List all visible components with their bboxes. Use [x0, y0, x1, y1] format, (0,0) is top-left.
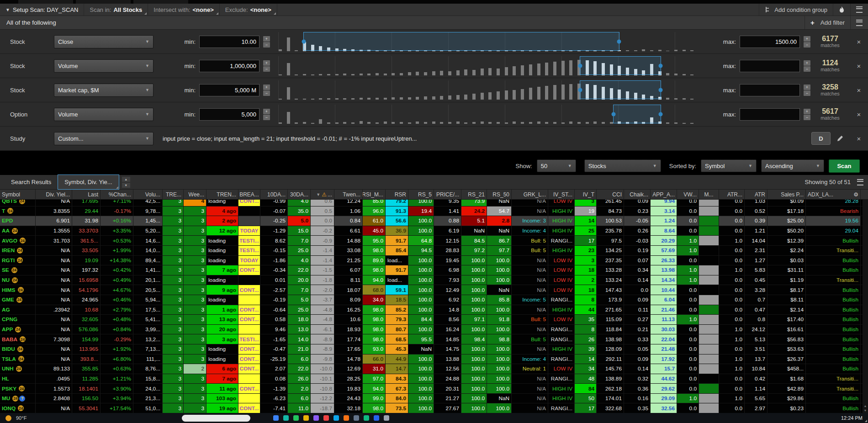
taskbar-app-icon[interactable]	[333, 415, 339, 421]
range-handle-right[interactable]	[659, 88, 663, 92]
taskbar-app-icon[interactable]	[293, 415, 299, 421]
range-selection[interactable]	[580, 80, 661, 99]
table-row[interactable]: BIDU24N/A113.965+1.92%7,13...33loadingCO…	[0, 344, 868, 354]
max-stepper[interactable]: +−	[804, 109, 810, 120]
filter-criteria-dropdown[interactable]: Close ▼	[54, 35, 153, 48]
cell-symbol[interactable]: AVGO24	[0, 236, 36, 245]
table-row[interactable]: TSLA24N/A393.8...+6.80%111,...33loadingC…	[0, 354, 868, 365]
table-row[interactable]: APP24N/A576.086+0.84%3,99...3320 ago9.46…	[0, 325, 868, 335]
table-row[interactable]: MU24?2.8408156.50+3.94%21,3...33103 ago-…	[0, 394, 868, 404]
table-row[interactable]: NU24N/A15.6958+0.49%20,1...33loading0.01…	[0, 275, 868, 286]
table-row[interactable]: IREN24N/A33.505+1.99%14,0...33loadingTES…	[0, 246, 868, 256]
column-header-app[interactable]: APP_A...	[651, 190, 677, 199]
distribution-histogram[interactable]	[278, 80, 694, 100]
max-stepper[interactable]: +−	[804, 36, 810, 48]
taskbar-app-icon[interactable]	[323, 415, 329, 421]
menu-button[interactable]	[850, 4, 868, 16]
column-header-rs50[interactable]: RS_50	[487, 190, 512, 199]
taskbar-app-icon[interactable]	[364, 415, 369, 421]
range-selection[interactable]	[580, 56, 661, 75]
cell-symbol[interactable]: HIMS24	[0, 285, 36, 295]
column-header-tren[interactable]: TREN...	[206, 190, 238, 199]
column-header-tre[interactable]: TRE...	[163, 190, 184, 199]
column-header-rsr[interactable]: RSR	[386, 190, 408, 199]
filter-criteria-dropdown[interactable]: Volume ▼	[54, 59, 153, 73]
min-stepper[interactable]: +−	[263, 60, 270, 72]
remove-filter-button[interactable]: ×	[850, 62, 868, 70]
column-header-rs5[interactable]: RS_5	[408, 190, 434, 199]
hot-scans-button[interactable]	[833, 4, 850, 16]
sort-field-dropdown[interactable]: Symbol▼	[701, 159, 757, 172]
cell-symbol[interactable]: NU24	[0, 275, 36, 285]
setup-scan-menu[interactable]: ▼ Setup Scan: DAY_SCAN	[0, 4, 84, 16]
filter-criteria-dropdown[interactable]: Market cap, $M ▼	[54, 84, 153, 97]
max-input[interactable]	[740, 60, 800, 72]
max-input[interactable]	[740, 36, 800, 48]
min-input[interactable]	[199, 60, 259, 72]
table-row[interactable]: UNH2489.133355.85+0.63%8,76...326 agoCON…	[0, 364, 868, 374]
table-row[interactable]: QBTS24N/A17.695+7.11%42,5...34loadingCON…	[0, 200, 868, 206]
distribution-histogram[interactable]	[278, 105, 694, 124]
cell-symbol[interactable]: GME24	[0, 295, 36, 305]
table-row[interactable]: EPD6.90131.98+0.16%1,45...332 ago-0.255.…	[0, 216, 868, 226]
column-header-chaik[interactable]: Chaik...	[624, 190, 651, 199]
cell-symbol[interactable]: HL	[0, 374, 36, 384]
cell-symbol[interactable]: APP24	[0, 325, 36, 334]
filter-menu-button[interactable]	[850, 16, 868, 29]
column-header-sales[interactable]: Sales P...	[767, 190, 806, 199]
cell-symbol[interactable]: SE24	[0, 265, 36, 275]
cell-symbol[interactable]: T24	[0, 206, 36, 216]
column-header-brea[interactable]: BREA...	[238, 190, 260, 199]
remove-study-button[interactable]: ×	[850, 135, 868, 143]
column-header-rsi[interactable]: RSI_M...	[363, 190, 386, 199]
column-header-cci[interactable]: CCI	[597, 190, 624, 199]
cell-symbol[interactable]: QBTS24	[0, 200, 36, 206]
column-header-d30[interactable]: 30DA...	[288, 190, 311, 199]
range-handle-left[interactable]	[612, 112, 616, 116]
scan-button[interactable]: Scan	[829, 159, 860, 173]
column-header-grk[interactable]: GRK_L...	[512, 190, 548, 199]
add-condition-group-button[interactable]: Add condition group	[759, 4, 833, 16]
aggregation-d-button[interactable]: D	[811, 132, 831, 145]
exclude-menu[interactable]: Exclude: <none>	[220, 4, 277, 16]
table-row[interactable]: SE24N/A197.32+0.42%1,41...337 agoCONT...…	[0, 265, 868, 275]
min-stepper[interactable]: +−	[263, 85, 270, 96]
distribution-histogram[interactable]	[278, 32, 694, 51]
range-handle-right[interactable]	[617, 39, 621, 43]
min-input[interactable]	[199, 84, 259, 96]
cell-symbol[interactable]: BIDU24	[0, 344, 36, 354]
column-set-spinner[interactable]: ▲▼	[122, 177, 130, 188]
taskbar-app-icon[interactable]	[313, 415, 319, 421]
range-handle-left[interactable]	[578, 88, 582, 92]
instrument-dropdown[interactable]: Stocks▼	[584, 159, 661, 172]
range-handle-right[interactable]	[659, 112, 663, 116]
table-row[interactable]: HIMS24N/A54.1796+4.67%20,5...339 agoCONT…	[0, 285, 868, 295]
cell-symbol[interactable]: PSKY24	[0, 384, 36, 393]
table-row[interactable]: AVGO2431.703361.5...+0.53%14,6...33loadi…	[0, 236, 868, 246]
column-header-vw[interactable]: VW...	[677, 190, 699, 199]
add-filter-button[interactable]: + Add filter	[804, 16, 850, 29]
taskbar-app-icon[interactable]	[354, 415, 359, 421]
cell-symbol[interactable]: EPD	[0, 216, 36, 226]
max-input[interactable]	[740, 108, 800, 121]
column-header-atrx[interactable]: ATR...	[719, 190, 745, 199]
table-row[interactable]: IONQ24N/A55.3041+17.54%51,0...3319 agoCO…	[0, 403, 868, 413]
column-header-vol[interactable]: Volu...	[133, 190, 163, 199]
table-row[interactable]: BABA247.3098154.99-0.29%13,2...333 agoTE…	[0, 334, 868, 344]
cell-symbol[interactable]: CPNG	[0, 315, 36, 324]
min-stepper[interactable]: +−	[263, 109, 270, 120]
taskbar-icons[interactable]	[273, 415, 389, 421]
filter-criteria-dropdown[interactable]: Volume ▼	[54, 108, 153, 121]
show-count-dropdown[interactable]: 50▼	[537, 159, 576, 172]
table-row[interactable]: GME24N/A24.965+0.46%5,94...33loading-0.1…	[0, 295, 868, 305]
table-row[interactable]: CPNGN/A32.605+0.48%5,41...3313 agoCONT..…	[0, 315, 868, 325]
cell-symbol[interactable]: AA24	[0, 226, 36, 236]
column-header-ivt[interactable]: IV_T	[575, 190, 597, 199]
remove-filter-button[interactable]: ×	[850, 86, 868, 94]
max-stepper[interactable]: +−	[804, 85, 810, 96]
taskbar-app-icon[interactable]	[303, 415, 309, 421]
column-header-last[interactable]: Last	[72, 190, 101, 199]
min-input[interactable]	[199, 108, 259, 121]
cell-symbol[interactable]: TSLA24	[0, 354, 36, 364]
column-header-rs21[interactable]: RS_21	[461, 190, 487, 199]
